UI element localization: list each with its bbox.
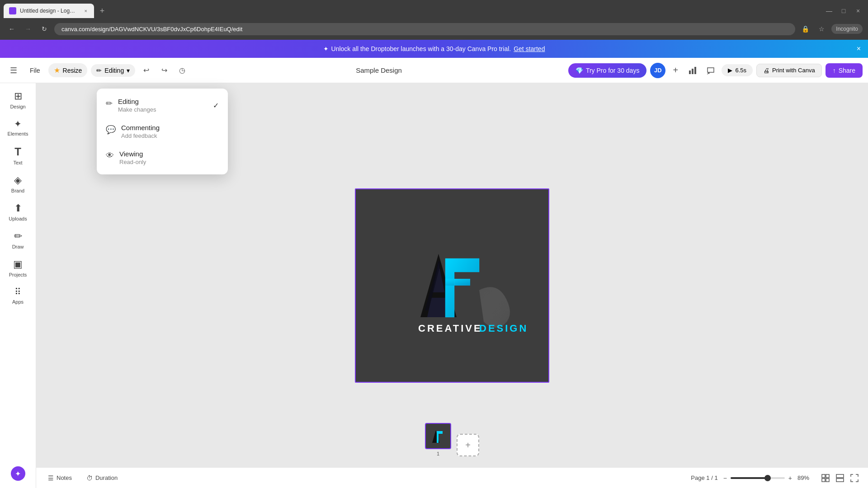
nav-forward-button[interactable]: → xyxy=(22,23,34,35)
browser-tab[interactable]: Untitled design - Logo - Canva × xyxy=(4,4,94,18)
resize-label: Resize xyxy=(63,67,82,74)
viewing-item-icon: 👁 xyxy=(106,151,114,160)
sidebar-item-elements[interactable]: ✦ Elements xyxy=(2,115,34,140)
text-icon: T xyxy=(14,145,21,158)
share-button[interactable]: ↑ Share xyxy=(826,63,863,78)
fit-page-button[interactable] xyxy=(819,472,832,484)
toolbar: ☰ File ★ Resize ✏ Editing ▾ ↩ ↪ ◷ Sample… xyxy=(0,58,868,83)
zoom-in-button[interactable]: + xyxy=(788,474,792,482)
duration-button[interactable]: ⏱ Duration xyxy=(82,472,122,484)
design-name[interactable]: Sample Design xyxy=(356,66,402,74)
apps-icon: ⠿ xyxy=(14,286,21,297)
hamburger-menu-button[interactable]: ☰ xyxy=(5,62,22,79)
svg-rect-16 xyxy=(826,474,829,478)
timer-button[interactable]: ◷ xyxy=(175,63,189,78)
svg-rect-7 xyxy=(445,279,470,286)
page-1-number: 1 xyxy=(437,451,439,456)
play-icon: ▶ xyxy=(728,67,732,74)
redo-icon: ↪ xyxy=(161,66,167,75)
commenting-item-subtitle: Add feedback xyxy=(121,132,219,139)
commenting-item-icon: 💬 xyxy=(106,125,116,135)
svg-rect-2 xyxy=(694,67,696,74)
commenting-item-title: Commenting xyxy=(121,124,219,131)
editing-item-subtitle: Make changes xyxy=(118,106,219,113)
redo-button[interactable]: ↪ xyxy=(157,63,171,78)
design-icon: ⊞ xyxy=(14,90,22,102)
sidebar-item-projects[interactable]: ▣ Projects xyxy=(2,255,34,281)
stats-button[interactable] xyxy=(685,63,700,78)
uploads-label: Uploads xyxy=(9,216,27,221)
check-icon: ✓ xyxy=(213,101,219,110)
resize-button[interactable]: ★ Resize xyxy=(48,63,88,77)
share-icon: ↑ xyxy=(833,67,836,74)
address-input[interactable] xyxy=(54,23,795,35)
svg-rect-19 xyxy=(836,474,844,478)
window-maximize[interactable]: □ xyxy=(837,5,850,17)
undo-button[interactable]: ↩ xyxy=(139,63,153,78)
avatar-button[interactable]: JD xyxy=(650,63,665,78)
grid-view-button[interactable] xyxy=(834,472,846,484)
nav-back-button[interactable]: ← xyxy=(5,23,18,35)
sidebar-item-design[interactable]: ⊞ Design xyxy=(2,87,34,113)
tab-close-btn[interactable]: × xyxy=(83,7,89,14)
zoom-slider-fill xyxy=(731,477,766,479)
magic-icon: ✦ xyxy=(11,466,25,481)
print-icon: 🖨 xyxy=(763,67,769,74)
print-label: Print with Canva xyxy=(772,67,815,74)
add-collaborator-button[interactable]: + xyxy=(669,64,682,77)
add-page-button[interactable]: + xyxy=(457,434,479,456)
zoom-slider[interactable] xyxy=(731,477,785,479)
fullscreen-button[interactable] xyxy=(848,472,861,484)
notes-button[interactable]: ☰ Notes xyxy=(43,472,76,484)
duration-icon: ⏱ xyxy=(86,474,93,482)
canvas-wrapper: CREATIVE DESIGN xyxy=(355,188,549,383)
editing-mode-dropdown: ✏ Editing Make changes ✓ 💬 Commenting Ad… xyxy=(97,89,228,174)
banner-close-button[interactable]: × xyxy=(857,45,861,53)
shield-icon: 🔒 xyxy=(799,23,811,35)
try-pro-button[interactable]: 💎 Try Pro for 30 days xyxy=(568,63,647,78)
logo-svg: CREATIVE DESIGN xyxy=(375,227,529,344)
svg-text:DESIGN: DESIGN xyxy=(479,323,528,334)
sidebar-item-uploads[interactable]: ⬆ Uploads xyxy=(2,199,34,225)
share-label: Share xyxy=(839,67,855,74)
dropdown-item-commenting[interactable]: 💬 Commenting Add feedback xyxy=(100,118,224,145)
page-thumbnails: 1 + xyxy=(425,423,479,456)
comment-button[interactable] xyxy=(703,63,718,78)
svg-marker-6 xyxy=(445,258,479,317)
window-minimize[interactable]: — xyxy=(823,5,835,17)
magic-button[interactable]: ✦ xyxy=(2,463,34,484)
try-pro-label: Try Pro for 30 days xyxy=(586,67,640,74)
nav-reload-button[interactable]: ↻ xyxy=(38,23,51,35)
print-button[interactable]: 🖨 Print with Canva xyxy=(756,64,822,77)
address-bar-row: ← → ↻ 🔒 ☆ Incognito xyxy=(0,18,868,40)
text-label: Text xyxy=(13,160,22,165)
new-tab-button[interactable]: + xyxy=(96,5,108,17)
zoom-out-button[interactable]: − xyxy=(723,474,727,482)
editing-mode-button[interactable]: ✏ Editing ▾ xyxy=(91,64,135,77)
tab-bar: Untitled design - Logo - Canva × + — □ × xyxy=(0,0,868,18)
page-info: Page 1 / 1 xyxy=(691,474,717,481)
sidebar-item-brand[interactable]: ◈ Brand xyxy=(2,171,34,197)
incognito-button[interactable]: Incognito xyxy=(831,24,863,34)
svg-rect-17 xyxy=(822,479,825,482)
window-close[interactable]: × xyxy=(852,5,864,17)
play-button[interactable]: ▶ 6.5s xyxy=(722,64,753,76)
svg-rect-1 xyxy=(692,69,693,74)
page-1-thumbnail[interactable] xyxy=(425,423,451,449)
canvas-frame[interactable]: CREATIVE DESIGN xyxy=(355,188,549,383)
sidebar-item-draw[interactable]: ✏ Draw xyxy=(2,227,34,253)
editing-item-title: Editing xyxy=(118,98,219,105)
dropdown-item-editing[interactable]: ✏ Editing Make changes ✓ xyxy=(100,92,224,118)
editing-label: Editing xyxy=(104,67,124,74)
tab-title: Untitled design - Logo - Canva xyxy=(20,8,77,14)
promo-link[interactable]: Get started xyxy=(514,45,545,52)
uploads-icon: ⬆ xyxy=(14,202,22,214)
file-button[interactable]: File xyxy=(25,64,45,77)
bookmark-icon[interactable]: ☆ xyxy=(815,23,828,35)
notes-icon: ☰ xyxy=(48,474,54,482)
zoom-slider-thumb[interactable] xyxy=(764,475,771,481)
sidebar-item-apps[interactable]: ⠿ Apps xyxy=(2,283,34,308)
dropdown-item-viewing[interactable]: 👁 Viewing Read-only xyxy=(100,145,224,171)
notes-label: Notes xyxy=(57,474,72,481)
sidebar-item-text[interactable]: T Text xyxy=(2,142,34,169)
